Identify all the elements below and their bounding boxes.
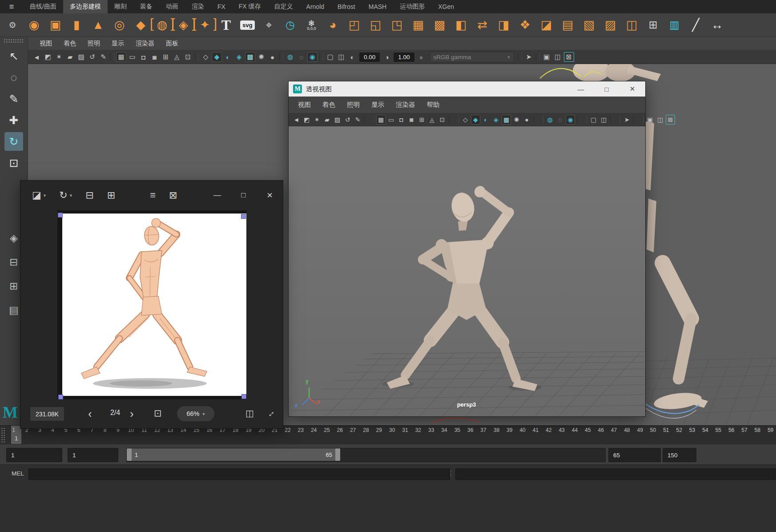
camera-lock-icon[interactable]: ◩ (43, 52, 53, 62)
menu-tab[interactable]: 装备 (133, 0, 159, 13)
resolution-gate-icon[interactable]: ◘ (397, 115, 406, 125)
textured-icon[interactable]: ◈ (234, 52, 244, 62)
combine-icon[interactable]: ◰ (345, 15, 363, 35)
paint-select-tool[interactable]: ✎ (4, 89, 23, 108)
rotate-icon[interactable]: ↻▾ (59, 189, 72, 201)
lasso-select-tool[interactable]: ◌ (4, 68, 23, 87)
timeline-grip[interactable] (1, 427, 5, 443)
image-plane-icon[interactable]: ▨ (333, 115, 342, 125)
grid-toggle-icon[interactable]: ▦ (116, 52, 126, 62)
wireframe-icon[interactable]: ◇ (201, 52, 211, 62)
persp-menu-item[interactable]: 显示 (366, 101, 390, 109)
lights-icon[interactable]: ✺ (256, 52, 266, 62)
zoom-dropdown[interactable]: 66% ▾ (177, 406, 214, 421)
panel-menu-item[interactable]: 照明 (82, 40, 106, 48)
image-options-icon[interactable]: ◪▾ (32, 189, 46, 201)
rotate-tool[interactable]: ↻ (4, 132, 23, 151)
poly-plane-icon[interactable]: ◆ (132, 15, 150, 35)
film-gate-icon[interactable]: ▭ (127, 52, 137, 62)
textured-icon[interactable]: ◈ (491, 115, 501, 125)
origin-snowflake-icon[interactable]: ❄ 0,0,0 (302, 15, 321, 35)
range-start-handle[interactable] (127, 448, 132, 461)
pane-single-icon[interactable]: ▣ (645, 115, 655, 125)
pane-split-icon[interactable]: ◫ (655, 115, 665, 125)
bevel-icon[interactable]: ◪ (537, 15, 555, 35)
animation-start-field[interactable]: 1 (6, 448, 62, 462)
persp-menu-item[interactable]: 着色 (317, 101, 341, 109)
exposure-field[interactable]: 0.00 (359, 52, 380, 62)
smooth-shade-icon[interactable]: ◆ (471, 115, 480, 125)
exposure-icon[interactable]: ◐ (347, 52, 358, 62)
smooth-shade-icon[interactable]: ◆ (212, 52, 222, 62)
menu-tab[interactable]: 渲染 (185, 0, 211, 13)
move-tool[interactable]: ✚ (4, 111, 23, 129)
menu-tab[interactable]: Bifrost (331, 0, 362, 13)
viewer-toolbar[interactable]: ◪▾↻▾⊟⊞≡⊠ — □ ✕ (20, 181, 283, 210)
fit-to-window-icon[interactable]: ⊡ (154, 408, 162, 419)
safe-title-icon[interactable]: ⊡ (183, 52, 193, 62)
pane-maximize-icon[interactable]: ⊠ (666, 115, 675, 125)
close-button[interactable]: ✕ (257, 181, 283, 210)
camera-attributes-icon[interactable]: ✶ (312, 115, 322, 125)
gate-mask-icon[interactable]: ◙ (407, 115, 416, 125)
panel-menu-item[interactable]: 渲染器 (130, 40, 160, 48)
fill-hole-icon[interactable]: ▦ (409, 15, 427, 35)
menu-tab[interactable]: MASH (362, 0, 393, 13)
selection-handle[interactable] (241, 394, 246, 399)
menu-tab[interactable]: FX 缓存 (232, 0, 268, 13)
wireframe-on-shaded-icon[interactable]: ◐ (481, 115, 491, 125)
safe-title-icon[interactable]: ⊡ (438, 115, 447, 125)
snap-time-icon[interactable]: ◷ (281, 15, 299, 35)
quad-draw-icon[interactable]: ▨ (601, 15, 619, 35)
motion-blur-icon[interactable]: ◌ (296, 52, 306, 62)
selection-handle[interactable] (241, 214, 246, 219)
print-icon[interactable]: ⊟ (85, 189, 93, 201)
poly-platonic-icon[interactable]: ◈ (174, 15, 193, 35)
boolean-icon[interactable]: ❖ (516, 15, 534, 35)
camera-attributes-icon[interactable]: ✶ (54, 52, 64, 62)
selection-handle[interactable] (58, 395, 63, 399)
shadows-icon[interactable]: ● (522, 115, 531, 125)
highlight-select-icon[interactable]: ➤ (622, 115, 631, 125)
svg-tool-icon[interactable]: svg (238, 15, 257, 35)
pane-maximize-icon[interactable]: ⊠ (564, 52, 574, 62)
command-language-label[interactable]: MEL (12, 470, 24, 477)
paint-transfer-icon[interactable]: ▥ (665, 15, 684, 35)
panel-menu-item[interactable]: 视图 (34, 40, 58, 48)
film-gate-icon[interactable]: ▭ (386, 115, 396, 125)
image-plane-icon[interactable]: ▨ (76, 52, 86, 62)
target-weld-icon[interactable]: ⊞ (644, 15, 662, 35)
isolate-select-icon[interactable]: ▢ (325, 52, 335, 62)
reference-image[interactable] (57, 210, 246, 399)
poly-sphere-icon[interactable]: ◉ (25, 15, 43, 35)
contrast-field[interactable]: 1.00 (394, 52, 414, 62)
type-tool-icon[interactable]: T (217, 15, 235, 35)
mirror-icon[interactable]: ◨ (495, 15, 513, 35)
persp-menu-item[interactable]: 照明 (341, 101, 366, 109)
occlusion-icon[interactable]: ◍ (545, 115, 555, 125)
print-queue-icon[interactable]: ⊞ (107, 189, 115, 201)
minimize-button[interactable]: — (204, 181, 230, 210)
shelf-gear-icon[interactable]: ⚙ (0, 20, 25, 30)
range-end-handle[interactable] (335, 448, 340, 461)
poly-cone-icon[interactable]: ▲ (89, 15, 107, 35)
colorspace-dropdown[interactable]: sRGB gamma ▾ (430, 52, 514, 62)
extract-icon[interactable]: ◳ (388, 15, 406, 35)
menu-tab[interactable]: 动画 (159, 0, 185, 13)
persp-menu-item[interactable]: 渲染器 (390, 101, 421, 109)
contrast-icon[interactable]: ◑ (382, 52, 392, 62)
pane-single-icon[interactable]: ▣ (542, 52, 552, 62)
field-chart-icon[interactable]: ⊞ (161, 52, 171, 62)
playback-start-field[interactable]: 1 (68, 448, 118, 462)
hamburger-menu-icon[interactable]: ≡ (0, 0, 23, 13)
select-tool[interactable]: ↖ (4, 47, 23, 65)
next-image-button[interactable]: › (130, 406, 134, 421)
playback-end-field[interactable]: 65 (608, 448, 661, 462)
grease-pencil-icon[interactable]: ✎ (353, 115, 362, 125)
menu-tab[interactable]: Arnold (300, 0, 331, 13)
grease-pencil-icon[interactable]: ✎ (98, 52, 109, 62)
extrude-icon[interactable]: ▧ (580, 15, 598, 35)
animation-end-field[interactable]: 150 (663, 448, 696, 462)
smooth-icon[interactable]: ◧ (452, 15, 470, 35)
previous-image-button[interactable]: ‹ (88, 406, 92, 421)
